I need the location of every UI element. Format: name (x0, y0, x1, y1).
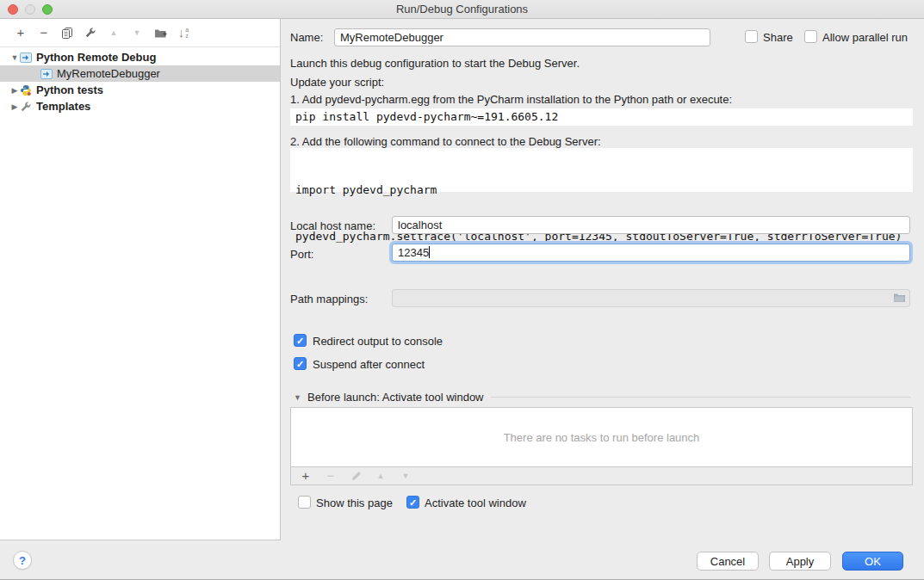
expand-arrow-icon[interactable]: ▶ (10, 86, 19, 95)
sidebar-toolbar: + − ▲ ▼ ↓ az (0, 19, 280, 47)
redirect-output-label[interactable]: Redirect output to console (313, 335, 443, 348)
move-down-icon[interactable]: ▼ (130, 26, 144, 40)
tree-item-templates[interactable]: ▶ Templates (0, 98, 280, 114)
divider (491, 397, 910, 398)
step-2-text: 2. Add the following command to connect … (290, 135, 601, 148)
remove-task-icon[interactable]: − (324, 469, 338, 483)
allow-parallel-run-checkbox[interactable] (804, 30, 817, 43)
add-task-icon[interactable]: + (299, 469, 313, 483)
cancel-button[interactable]: Cancel (697, 552, 759, 571)
title-bar: Run/Debug Configurations (0, 0, 924, 19)
window-title: Run/Debug Configurations (0, 3, 924, 15)
sort-arrow-glyph: ↓ (178, 26, 185, 40)
path-mappings-label: Path mappings: (290, 293, 368, 305)
before-launch-tasks-panel: There are no tasks to run before launch … (290, 407, 913, 485)
move-task-up-icon[interactable]: ▲ (374, 469, 388, 483)
share-checkbox[interactable] (745, 30, 758, 43)
tree-item-label: Templates (36, 100, 90, 113)
before-launch-title: Before launch: Activate tool window (307, 391, 484, 404)
port-input[interactable]: 12345 (392, 244, 910, 262)
ok-button[interactable]: OK (842, 552, 903, 571)
sort-alphabetically-icon[interactable]: ↓ az (177, 26, 190, 40)
tasks-toolbar: + − ▲ ▼ (291, 466, 912, 484)
before-launch-header[interactable]: ▼ Before launch: Activate tool window (294, 391, 910, 404)
share-checkbox-label[interactable]: Share (763, 31, 793, 44)
show-this-page-label[interactable]: Show this page (316, 497, 393, 509)
copy-configuration-icon[interactable] (60, 26, 74, 40)
tree-item-python-tests[interactable]: ▶ Python tests (0, 82, 280, 98)
help-button[interactable]: ? (13, 551, 32, 570)
configuration-editor: Name: MyRemoteDebugger Share Allow paral… (281, 19, 924, 540)
name-input[interactable]: MyRemoteDebugger (334, 28, 710, 46)
name-label: Name: (290, 31, 323, 44)
redirect-output-checkbox[interactable] (294, 334, 307, 347)
browse-folder-icon[interactable] (893, 293, 906, 305)
local-host-name-label: Local host name: (290, 219, 375, 232)
port-label: Port: (290, 248, 313, 261)
tree-item-myremotedebugger[interactable]: MyRemoteDebugger (0, 65, 280, 82)
tree-item-label: MyRemoteDebugger (57, 67, 160, 80)
suspend-after-connect-checkbox[interactable] (294, 357, 307, 370)
expand-arrow-icon[interactable]: ▶ (10, 102, 19, 111)
new-folder-icon[interactable] (153, 26, 167, 40)
text-caret (429, 246, 430, 258)
path-mappings-input[interactable] (392, 289, 910, 307)
settrace-code-block: import pydevd_pycharm pydevd_pycharm.set… (290, 148, 913, 192)
templates-wrench-icon (19, 101, 33, 113)
run-config-icon (40, 68, 53, 80)
configurations-tree: ▼ Python Remote Debug MyRemoteDebugger ▶… (0, 47, 280, 114)
remove-configuration-icon[interactable]: − (37, 26, 51, 40)
allow-parallel-run-label[interactable]: Allow parallel run (822, 31, 908, 44)
move-up-icon[interactable]: ▲ (107, 26, 121, 40)
run-config-icon (19, 52, 33, 64)
move-task-down-icon[interactable]: ▼ (399, 469, 412, 483)
tree-item-label: Python Remote Debug (36, 51, 156, 64)
step-1-text: 1. Add pydevd-pycharm.egg from the PyCha… (290, 93, 732, 106)
python-icon (19, 84, 33, 96)
pip-install-command: pip install pydevd-pycharm~=191.6605.12 (290, 108, 913, 126)
collapse-arrow-icon[interactable]: ▼ (10, 53, 19, 62)
port-value: 12345 (398, 246, 429, 259)
configurations-sidebar: + − ▲ ▼ ↓ az ▼ Python Remote Debug (0, 19, 281, 540)
activate-tool-window-checkbox[interactable] (406, 496, 419, 509)
tasks-empty-text: There are no tasks to run before launch (291, 408, 912, 466)
apply-button[interactable]: Apply (769, 552, 831, 571)
tree-item-python-remote-debug[interactable]: ▼ Python Remote Debug (0, 49, 280, 65)
code-line-1: import pydevd_pycharm (295, 182, 908, 198)
description-line-1: Launch this debug configuration to start… (290, 57, 580, 70)
suspend-after-connect-label[interactable]: Suspend after connect (313, 358, 425, 371)
description-line-2: Update your script: (290, 76, 384, 89)
edit-defaults-wrench-icon[interactable] (84, 26, 97, 40)
add-configuration-icon[interactable]: + (14, 26, 28, 40)
show-this-page-checkbox[interactable] (298, 496, 311, 509)
edit-task-pencil-icon[interactable] (349, 469, 363, 483)
activate-tool-window-label[interactable]: Activate tool window (425, 497, 526, 509)
tree-item-label: Python tests (36, 83, 103, 96)
local-host-name-input[interactable]: localhost (392, 216, 910, 234)
collapse-arrow-icon[interactable]: ▼ (294, 393, 307, 402)
